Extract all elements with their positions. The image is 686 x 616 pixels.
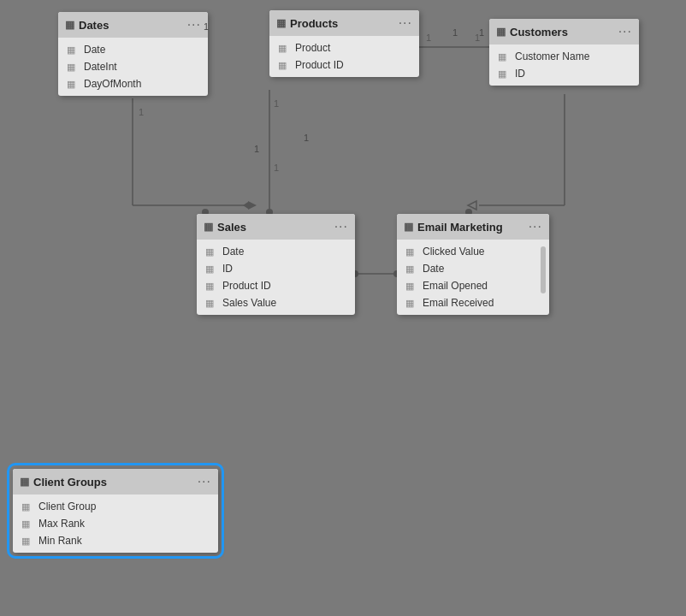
svg-text:1: 1 bbox=[254, 144, 259, 154]
email-marketing-field-date-icon: ▦ bbox=[405, 264, 417, 275]
email-marketing-table-icon: ▦ bbox=[404, 221, 413, 233]
dates-table-title: Dates bbox=[79, 19, 109, 32]
products-field-product[interactable]: ▦ Product bbox=[269, 39, 419, 56]
sales-table-icon: ▦ bbox=[204, 221, 213, 233]
client-groups-more-options[interactable]: ··· bbox=[198, 474, 211, 489]
client-groups-field-maxrank[interactable]: ▦ Max Rank bbox=[13, 515, 218, 532]
dates-field-dateint-icon: ▦ bbox=[67, 62, 79, 73]
email-marketing-field-clicked-icon: ▦ bbox=[405, 246, 417, 258]
email-marketing-table-body: ▦ Clicked Value ▦ Date ▦ Email Opened ▦ … bbox=[397, 240, 549, 315]
products-field-productid[interactable]: ▦ Product ID bbox=[269, 56, 419, 74]
client-groups-table-header[interactable]: ▦ Client Groups ··· bbox=[13, 469, 218, 495]
dates-field-dayofmonth-icon: ▦ bbox=[67, 79, 79, 90]
svg-text:1: 1 bbox=[274, 98, 279, 109]
svg-marker-4 bbox=[243, 202, 253, 209]
svg-text:1: 1 bbox=[274, 163, 279, 173]
email-marketing-field-opened[interactable]: ▦ Email Opened bbox=[397, 277, 549, 294]
products-more-options[interactable]: ··· bbox=[399, 15, 412, 31]
svg-text:1: 1 bbox=[475, 33, 480, 43]
canvas: 1 1 1 1 1 ▦ Dates ··· bbox=[0, 0, 686, 616]
svg-text:1: 1 bbox=[426, 33, 431, 43]
client-groups-table[interactable]: ▦ Client Groups ··· ▦ Client Group ▦ Max… bbox=[13, 469, 218, 553]
sales-field-id[interactable]: ▦ ID bbox=[197, 260, 355, 277]
dates-field-date[interactable]: ▦ Date bbox=[58, 41, 208, 58]
dates-field-date-icon: ▦ bbox=[67, 44, 79, 56]
dates-field-dateint[interactable]: ▦ DateInt bbox=[58, 58, 208, 75]
email-marketing-table-title: Email Marketing bbox=[417, 221, 503, 234]
sales-field-date[interactable]: ▦ Date bbox=[197, 243, 355, 260]
dates-table-body: ▦ Date ▦ DateInt ▦ DayOfMonth bbox=[58, 38, 208, 96]
products-table-icon: ▦ bbox=[276, 17, 286, 29]
sales-field-salesvalue[interactable]: ▦ Sales Value bbox=[197, 294, 355, 311]
dates-more-options[interactable]: ··· bbox=[187, 17, 201, 33]
customers-field-id-icon: ▦ bbox=[498, 68, 510, 80]
email-marketing-field-opened-icon: ▦ bbox=[405, 281, 417, 292]
email-marketing-scrollbar[interactable] bbox=[541, 246, 546, 293]
customers-table-icon: ▦ bbox=[496, 26, 506, 38]
email-marketing-table[interactable]: ▦ Email Marketing ··· ▦ Clicked Value ▦ … bbox=[397, 214, 549, 315]
email-marketing-field-received-icon: ▦ bbox=[405, 298, 417, 309]
sales-table-header[interactable]: ▦ Sales ··· bbox=[197, 214, 355, 240]
email-marketing-more-options[interactable]: ··· bbox=[529, 219, 542, 234]
client-groups-table-body: ▦ Client Group ▦ Max Rank ▦ Min Rank bbox=[13, 495, 218, 553]
customers-table[interactable]: ▦ Customers ··· ▦ Customer Name ▦ ID bbox=[489, 19, 639, 86]
svg-marker-15 bbox=[468, 201, 476, 210]
sales-field-productid-icon: ▦ bbox=[205, 281, 217, 292]
products-table-title: Products bbox=[290, 17, 338, 30]
sales-table-body: ▦ Date ▦ ID ▦ Product ID ▦ Sales Value bbox=[197, 240, 355, 315]
client-groups-field-maxrank-icon: ▦ bbox=[21, 518, 33, 530]
dates-table-header[interactable]: ▦ Dates ··· bbox=[58, 12, 208, 38]
email-marketing-field-date[interactable]: ▦ Date bbox=[397, 260, 549, 277]
customers-field-name-icon: ▦ bbox=[498, 51, 510, 62]
sales-table[interactable]: ▦ Sales ··· ▦ Date ▦ ID ▦ Product ID ▦ S… bbox=[197, 214, 355, 315]
svg-text:1: 1 bbox=[452, 27, 458, 38]
client-groups-field-minrank[interactable]: ▦ Min Rank bbox=[13, 532, 218, 549]
client-groups-field-group[interactable]: ▦ Client Group bbox=[13, 498, 218, 515]
svg-text:1: 1 bbox=[304, 133, 309, 143]
customers-field-name[interactable]: ▦ Customer Name bbox=[489, 48, 639, 65]
client-groups-field-group-icon: ▦ bbox=[21, 501, 33, 512]
svg-text:1: 1 bbox=[479, 27, 484, 38]
products-table-header[interactable]: ▦ Products ··· bbox=[269, 10, 419, 36]
dates-table[interactable]: ▦ Dates ··· ▦ Date ▦ DateInt ▦ DayOfMont… bbox=[58, 12, 208, 96]
svg-marker-2 bbox=[248, 201, 257, 210]
products-field-productid-icon: ▦ bbox=[278, 60, 290, 71]
sales-field-id-icon: ▦ bbox=[205, 264, 217, 275]
customers-table-title: Customers bbox=[510, 26, 568, 38]
client-groups-table-icon: ▦ bbox=[20, 476, 29, 488]
products-field-product-icon: ▦ bbox=[278, 43, 290, 54]
customers-more-options[interactable]: ··· bbox=[618, 24, 632, 39]
dates-table-icon: ▦ bbox=[65, 19, 74, 31]
sales-field-productid[interactable]: ▦ Product ID bbox=[197, 277, 355, 294]
products-table[interactable]: ▦ Products ··· ▦ Product ▦ Product ID bbox=[269, 10, 419, 77]
sales-field-salesvalue-icon: ▦ bbox=[205, 298, 217, 309]
email-marketing-field-clicked[interactable]: ▦ Clicked Value bbox=[397, 243, 549, 260]
email-marketing-table-header[interactable]: ▦ Email Marketing ··· bbox=[397, 214, 549, 240]
customers-table-body: ▦ Customer Name ▦ ID bbox=[489, 44, 639, 86]
dates-field-dayofmonth[interactable]: ▦ DayOfMonth bbox=[58, 75, 208, 92]
email-marketing-field-received[interactable]: ▦ Email Received bbox=[397, 294, 549, 311]
customers-table-header[interactable]: ▦ Customers ··· bbox=[489, 19, 639, 44]
sales-table-title: Sales bbox=[217, 221, 246, 234]
sales-more-options[interactable]: ··· bbox=[334, 219, 348, 234]
client-groups-table-title: Client Groups bbox=[33, 476, 107, 489]
client-groups-field-minrank-icon: ▦ bbox=[21, 536, 33, 547]
customers-field-id[interactable]: ▦ ID bbox=[489, 65, 639, 82]
svg-text:1: 1 bbox=[139, 107, 144, 117]
sales-field-date-icon: ▦ bbox=[205, 246, 217, 258]
products-table-body: ▦ Product ▦ Product ID bbox=[269, 36, 419, 77]
